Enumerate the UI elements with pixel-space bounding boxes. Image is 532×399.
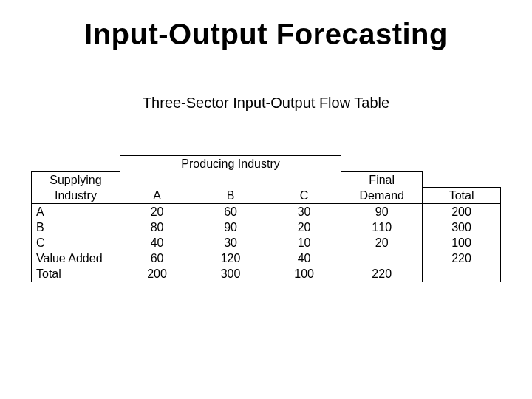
final-header-l1: Final xyxy=(341,171,423,188)
cell: 300 xyxy=(194,266,267,282)
cell: 100 xyxy=(267,266,341,282)
io-table: Producing Industry Supplying Final Indus… xyxy=(31,155,501,282)
supplying-header-l1: Supplying xyxy=(32,171,120,188)
table-row: Total 200 300 100 220 xyxy=(32,266,501,282)
cell: 60 xyxy=(194,204,267,220)
cell: 80 xyxy=(120,219,194,235)
cell: 90 xyxy=(341,204,423,220)
table-header-row-3: Industry A B C Demand Total xyxy=(32,188,501,204)
cell: 30 xyxy=(267,204,341,220)
cell: 40 xyxy=(120,235,194,250)
table-row: A 20 60 30 90 200 xyxy=(32,204,501,220)
col-b-header: B xyxy=(194,188,267,204)
row-label: Value Added xyxy=(32,250,120,266)
blank-cell xyxy=(423,171,501,188)
blank-cell xyxy=(341,156,423,172)
cell: 220 xyxy=(423,250,501,266)
cell: 60 xyxy=(120,250,194,266)
table-row: C 40 30 10 20 100 xyxy=(32,235,501,250)
blank-cell xyxy=(423,156,501,172)
table-header-row-2: Supplying Final xyxy=(32,171,501,188)
blank-cell xyxy=(32,156,120,172)
cell: 20 xyxy=(120,204,194,220)
cell: 200 xyxy=(120,266,194,282)
cell: 200 xyxy=(423,204,501,220)
cell: 120 xyxy=(194,250,267,266)
row-label: A xyxy=(32,204,120,220)
blank-cell xyxy=(194,171,267,188)
producing-industry-header: Producing Industry xyxy=(120,156,341,172)
final-header-l2: Demand xyxy=(341,188,423,204)
row-label: C xyxy=(32,235,120,250)
page-subtitle: Three-Sector Input-Output Flow Table xyxy=(0,95,532,112)
table-header-row-1: Producing Industry xyxy=(32,156,501,172)
blank-cell xyxy=(267,171,341,188)
cell: 90 xyxy=(194,219,267,235)
row-label: B xyxy=(32,219,120,235)
cell: 100 xyxy=(423,235,501,250)
total-header: Total xyxy=(423,188,501,204)
col-a-header: A xyxy=(120,188,194,204)
cell: 110 xyxy=(341,219,423,235)
cell xyxy=(423,266,501,282)
cell: 220 xyxy=(341,266,423,282)
cell: 20 xyxy=(341,235,423,250)
cell: 20 xyxy=(267,219,341,235)
row-label: Total xyxy=(32,266,120,282)
cell: 40 xyxy=(267,250,341,266)
cell: 10 xyxy=(267,235,341,250)
slide: Input-Output Forecasting Three-Sector In… xyxy=(0,0,532,399)
cell xyxy=(341,250,423,266)
blank-cell xyxy=(120,171,194,188)
col-c-header: C xyxy=(267,188,341,204)
table: Producing Industry Supplying Final Indus… xyxy=(31,155,501,282)
cell: 30 xyxy=(194,235,267,250)
supplying-header-l2: Industry xyxy=(32,188,120,204)
page-title: Input-Output Forecasting xyxy=(0,18,532,51)
table-row: Value Added 60 120 40 220 xyxy=(32,250,501,266)
table-row: B 80 90 20 110 300 xyxy=(32,219,501,235)
cell: 300 xyxy=(423,219,501,235)
